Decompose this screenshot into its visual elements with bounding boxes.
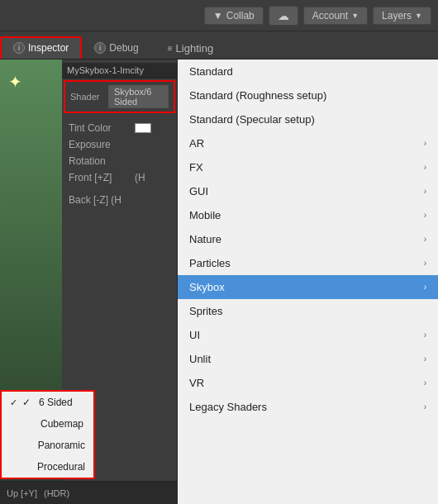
lighting-lines-icon: ≡ bbox=[168, 44, 173, 53]
menu-item-label: Skybox bbox=[189, 281, 225, 293]
cloud-button[interactable]: ☁ bbox=[269, 6, 298, 26]
back-value: (H bbox=[111, 194, 121, 206]
menu-item-legacy-shaders[interactable]: Legacy Shaders› bbox=[178, 395, 438, 419]
option-procedural-label: Procedural bbox=[37, 461, 85, 473]
layers-arrow-icon: ▼ bbox=[415, 12, 422, 20]
shader-value[interactable]: Skybox/6 Sided bbox=[108, 85, 169, 108]
option-procedural[interactable]: Procedural bbox=[2, 456, 93, 478]
debug-info-icon: i bbox=[94, 42, 106, 54]
option-6sided-label: 6 Sided bbox=[39, 397, 73, 408]
submenu-chevron-icon: › bbox=[424, 259, 426, 268]
back-label: Back [-Z] bbox=[69, 194, 108, 206]
back-row: Back [-Z] (H bbox=[62, 191, 177, 209]
tint-color-row: Tint Color bbox=[69, 120, 170, 136]
front-row: Front [+Z] (H bbox=[69, 169, 170, 186]
menu-item-vr[interactable]: VR› bbox=[178, 371, 438, 395]
tab-inspector[interactable]: i Inspector bbox=[0, 36, 82, 59]
scene-footer: Up [+Y] (HDR) bbox=[0, 481, 177, 504]
shader-label: Shader bbox=[70, 92, 103, 102]
front-value: (H bbox=[135, 172, 145, 183]
menu-item-skybox[interactable]: Skybox› bbox=[178, 275, 438, 299]
tab-bar: i Inspector i Debug ≡ Lighting bbox=[0, 31, 438, 59]
collab-icon: ▼ bbox=[213, 10, 223, 21]
tint-color-label: Tint Color bbox=[69, 122, 135, 134]
menu-item-label: Legacy Shaders bbox=[189, 401, 267, 413]
menu-item-unlit[interactable]: Unlit› bbox=[178, 347, 438, 371]
menu-item-mobile[interactable]: Mobile› bbox=[178, 203, 438, 227]
option-cubemap[interactable]: Cubemap bbox=[2, 413, 93, 435]
account-button[interactable]: Account ▼ bbox=[303, 7, 368, 25]
tab-debug[interactable]: i Debug bbox=[82, 37, 150, 59]
menu-item-ui[interactable]: UI› bbox=[178, 323, 438, 347]
menu-item-standard-specular-setup[interactable]: Standard (Specular setup) bbox=[178, 107, 438, 131]
submenu-chevron-icon: › bbox=[424, 163, 426, 172]
option-panoramic[interactable]: Panoramic bbox=[2, 435, 93, 456]
exposure-row: Exposure bbox=[69, 136, 170, 153]
submenu-chevron-icon: › bbox=[424, 402, 426, 411]
menu-item-label: Standard (Roughness setup) bbox=[189, 89, 326, 102]
submenu-chevron-icon: › bbox=[424, 211, 426, 220]
menu-item-label: Unlit bbox=[189, 353, 211, 365]
collab-button[interactable]: ▼ Collab bbox=[204, 7, 264, 25]
inspector-info-icon: i bbox=[13, 42, 25, 54]
tint-color-swatch[interactable] bbox=[135, 123, 151, 133]
account-arrow-icon: ▼ bbox=[351, 12, 359, 20]
shader-row[interactable]: Shader Skybox/6 Sided bbox=[64, 80, 175, 113]
tab-lighting[interactable]: ≡ Lighting bbox=[159, 38, 221, 59]
menu-item-label: FX bbox=[189, 161, 203, 174]
option-panoramic-label: Panoramic bbox=[38, 440, 85, 451]
menu-item-ar[interactable]: AR› bbox=[178, 131, 438, 155]
property-list: Tint Color Exposure Rotation Front [+Z] … bbox=[62, 115, 177, 191]
menu-item-label: Standard bbox=[189, 65, 233, 78]
submenu-chevron-icon: › bbox=[424, 378, 426, 388]
toolbar: ▼ Collab ☁ Account ▼ Layers ▼ bbox=[0, 0, 438, 31]
submenu-chevron-icon: › bbox=[424, 139, 426, 148]
rotation-label: Rotation bbox=[69, 155, 135, 167]
front-label: Front [+Z] bbox=[69, 172, 135, 183]
shader-dropdown-menu: StandardStandard (Roughness setup)Standa… bbox=[178, 59, 438, 504]
inspector-panel: ✦ Persp MySkybox-1-Imcity Shader Skybox/… bbox=[0, 59, 178, 504]
submenu-chevron-icon: › bbox=[424, 187, 426, 196]
menu-item-gui[interactable]: GUI› bbox=[178, 179, 438, 203]
menu-item-label: Particles bbox=[189, 257, 231, 269]
menu-item-label: AR bbox=[189, 137, 204, 150]
main-content: ✦ Persp MySkybox-1-Imcity Shader Skybox/… bbox=[0, 59, 438, 504]
menu-item-label: Nature bbox=[189, 233, 221, 245]
menu-item-label: GUI bbox=[189, 185, 208, 197]
option-6sided-check: ✓ bbox=[22, 397, 34, 408]
submenu-chevron-icon: › bbox=[424, 354, 426, 364]
menu-item-nature[interactable]: Nature› bbox=[178, 227, 438, 251]
submenu-chevron-icon: › bbox=[424, 330, 426, 340]
shader-option-list: ✓ 6 Sided Cubemap Panoramic Procedural bbox=[0, 390, 95, 479]
exposure-label: Exposure bbox=[69, 139, 135, 150]
asset-name-row: MySkybox-1-Imcity bbox=[62, 63, 177, 78]
menu-item-standard[interactable]: Standard bbox=[178, 59, 438, 83]
menu-item-standard-roughness-setup[interactable]: Standard (Roughness setup) bbox=[178, 83, 438, 107]
menu-item-label: Mobile bbox=[189, 209, 221, 221]
cloud-icon: ☁ bbox=[278, 9, 289, 22]
option-6sided[interactable]: ✓ 6 Sided bbox=[2, 392, 93, 413]
menu-list: StandardStandard (Roughness setup)Standa… bbox=[178, 59, 438, 504]
footer-hdr-label: (HDR) bbox=[44, 488, 69, 498]
menu-item-label: UI bbox=[189, 329, 200, 341]
footer-up-label: Up [+Y] bbox=[7, 488, 37, 498]
menu-item-label: Standard (Specular setup) bbox=[189, 113, 315, 126]
menu-item-sprites[interactable]: Sprites bbox=[178, 299, 438, 323]
app-window: ▼ Collab ☁ Account ▼ Layers ▼ i Inspecto… bbox=[0, 0, 438, 504]
option-cubemap-label: Cubemap bbox=[40, 418, 83, 430]
rotation-row: Rotation bbox=[69, 153, 170, 169]
scene-object: ✦ bbox=[8, 72, 22, 92]
submenu-chevron-icon: › bbox=[424, 235, 426, 244]
menu-item-label: VR bbox=[189, 377, 204, 389]
layers-button[interactable]: Layers ▼ bbox=[373, 7, 431, 25]
menu-item-fx[interactable]: FX› bbox=[178, 155, 438, 179]
menu-item-label: Sprites bbox=[189, 305, 222, 317]
submenu-chevron-icon: › bbox=[424, 283, 426, 292]
menu-item-particles[interactable]: Particles› bbox=[178, 251, 438, 275]
